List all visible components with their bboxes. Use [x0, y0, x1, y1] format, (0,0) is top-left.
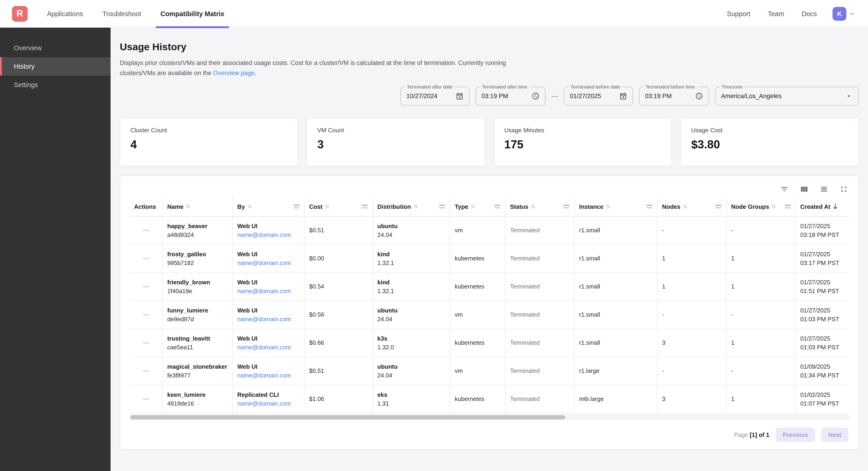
- terminated-after-time-field[interactable]: Terminated after time 03:19 PM: [475, 86, 546, 105]
- cost-value: $0.54: [309, 283, 368, 290]
- status-cell: Terminated: [505, 216, 575, 244]
- column-menu-icon[interactable]: [646, 205, 652, 208]
- by-email-link[interactable]: name@domain.com: [237, 400, 300, 407]
- replicated-logo[interactable]: R: [12, 6, 28, 22]
- instance-cell: r1.small: [575, 301, 657, 328]
- by-email-link[interactable]: name@domain.com: [237, 259, 300, 266]
- column-header-cost[interactable]: Cost: [305, 197, 373, 216]
- sidebar-item-history[interactable]: History: [0, 57, 111, 76]
- by-email-link[interactable]: name@domain.com: [237, 372, 300, 379]
- column-menu-icon[interactable]: [715, 205, 721, 208]
- clock-icon[interactable]: [532, 92, 539, 100]
- column-menu-icon[interactable]: [439, 205, 445, 208]
- created-date: 01/27/2025: [800, 223, 845, 229]
- column-header-status[interactable]: Status: [505, 197, 575, 216]
- nodes-value: -: [662, 367, 721, 374]
- distribution-version: 24.04: [377, 316, 445, 322]
- timezone-select[interactable]: Timezone America/Los_Angeles: [715, 86, 859, 105]
- column-menu-icon[interactable]: [362, 205, 368, 208]
- scrollbar-thumb[interactable]: [130, 415, 565, 419]
- created-date: 01/02/2025: [800, 391, 845, 398]
- instance-cell: r1.small: [575, 273, 657, 300]
- distribution-name: kind: [377, 278, 445, 286]
- table-row: trusting_leavitt cae5ea11 Web UI name@do…: [129, 329, 849, 357]
- column-menu-icon[interactable]: [563, 205, 569, 208]
- terminated-before-time-value[interactable]: 03:19 PM: [645, 92, 672, 99]
- by-email-link[interactable]: name@domain.com: [237, 231, 300, 238]
- row-actions-menu-icon[interactable]: [142, 254, 150, 262]
- row-actions-menu-icon[interactable]: [142, 338, 150, 347]
- column-header-by[interactable]: By: [232, 197, 305, 216]
- terminated-after-time-label: Terminated after time: [480, 84, 529, 89]
- node-groups-value: -: [731, 311, 790, 318]
- nav-item-team[interactable]: Team: [768, 0, 784, 27]
- dropdown-arrow-icon[interactable]: [845, 92, 853, 100]
- by-email-link[interactable]: name@domain.com: [237, 344, 300, 351]
- column-menu-icon[interactable]: [293, 205, 300, 208]
- nav-item-applications[interactable]: Applications: [47, 0, 83, 27]
- row-actions-menu-icon[interactable]: [142, 282, 150, 291]
- actions-cell: [129, 329, 163, 356]
- column-header-name[interactable]: Name: [163, 197, 232, 216]
- table-row: magical_stonebraker fe3f8977 Web UI name…: [129, 357, 849, 385]
- calendar-icon[interactable]: [619, 92, 627, 100]
- sort-icon: [186, 204, 190, 209]
- by-cell: Web UI name@domain.com: [232, 244, 305, 272]
- terminated-before-date-value[interactable]: 01/27/2025: [570, 92, 601, 99]
- column-menu-icon[interactable]: [494, 205, 500, 208]
- avatar[interactable]: K: [833, 7, 846, 21]
- calendar-icon[interactable]: [456, 92, 464, 100]
- by-source: Web UI: [237, 307, 300, 314]
- account-menu[interactable]: K: [833, 7, 856, 21]
- type-value: vm: [455, 311, 500, 318]
- density-icon[interactable]: [819, 185, 828, 194]
- nav-item-compatibility-matrix[interactable]: Compatibility Matrix: [161, 0, 224, 27]
- row-actions-menu-icon[interactable]: [142, 311, 150, 319]
- description-line-2: clusters/VMs are available on the Overvi…: [120, 68, 859, 78]
- filter-icon[interactable]: [780, 185, 789, 194]
- status-cell: Terminated: [505, 301, 575, 328]
- instance-value: m6i.large: [579, 395, 652, 402]
- node-groups-cell: -: [726, 357, 796, 385]
- terminated-after-date-label: Terminated after date: [405, 84, 454, 89]
- overview-page-link[interactable]: Overview page: [213, 69, 254, 77]
- node-groups-cell: -: [726, 301, 796, 328]
- column-menu-icon[interactable]: [785, 205, 790, 208]
- by-email-link[interactable]: name@domain.com: [237, 287, 300, 294]
- previous-button[interactable]: Previous: [776, 428, 815, 442]
- columns-icon[interactable]: [800, 185, 809, 194]
- column-header-type[interactable]: Type: [450, 197, 505, 216]
- node-groups-value: 1: [731, 339, 790, 346]
- sidebar-item-settings[interactable]: Settings: [0, 76, 111, 94]
- column-header-nodes[interactable]: Nodes: [657, 197, 726, 216]
- distribution-version: 1.32.1: [377, 259, 445, 266]
- terminated-before-time-field[interactable]: Terminated before time 03:19 PM: [639, 86, 709, 105]
- distribution-name: kind: [377, 251, 445, 257]
- nav-item-troubleshoot[interactable]: Troubleshoot: [102, 0, 141, 27]
- row-actions-menu-icon[interactable]: [142, 395, 150, 403]
- timezone-value[interactable]: America/Los_Angeles: [721, 92, 782, 99]
- clock-icon[interactable]: [695, 92, 703, 100]
- by-email-link[interactable]: name@domain.com: [237, 316, 300, 322]
- row-actions-menu-icon[interactable]: [142, 226, 150, 234]
- column-header-distribution[interactable]: Distribution: [373, 197, 450, 216]
- fullscreen-icon[interactable]: [839, 185, 848, 194]
- cluster-name: happy_beaver: [167, 223, 227, 229]
- horizontal-scrollbar[interactable]: [129, 414, 849, 420]
- cost-value: $0.66: [309, 339, 368, 346]
- terminated-after-date-value[interactable]: 10/27/2024: [406, 92, 437, 99]
- row-actions-menu-icon[interactable]: [142, 366, 150, 375]
- column-header-instance[interactable]: Instance: [575, 197, 657, 216]
- type-cell: kubernetes: [450, 329, 505, 356]
- nav-item-support[interactable]: Support: [727, 0, 750, 27]
- node-groups-cell: 1: [726, 244, 796, 272]
- column-header-node-groups[interactable]: Node Groups: [726, 197, 796, 216]
- terminated-after-date-field[interactable]: Terminated after date 10/27/2024: [400, 86, 469, 105]
- nodes-cell: 1: [657, 244, 726, 272]
- terminated-after-time-value[interactable]: 03:19 PM: [482, 92, 508, 99]
- next-button[interactable]: Next: [822, 428, 848, 442]
- column-header-created-at[interactable]: Created At: [796, 197, 850, 216]
- nav-item-docs[interactable]: Docs: [802, 0, 817, 27]
- terminated-before-date-field[interactable]: Terminated before date 01/27/2025: [564, 86, 633, 105]
- sidebar-item-overview[interactable]: Overview: [0, 39, 111, 57]
